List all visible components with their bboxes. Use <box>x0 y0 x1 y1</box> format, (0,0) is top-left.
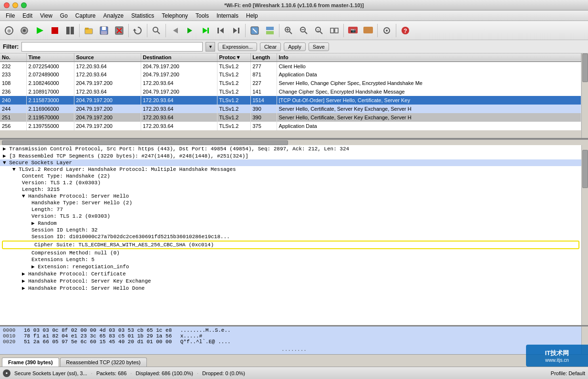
toolbar-colorize-btn[interactable] <box>248 23 262 38</box>
toolbar-colorrules-btn[interactable] <box>263 23 277 38</box>
toolbar-zoom-out-btn[interactable] <box>297 23 311 38</box>
toolbar-sep-6 <box>279 24 279 37</box>
toolbar-last-btn[interactable] <box>229 23 243 38</box>
toolbar-fwd-btn[interactable] <box>183 23 197 38</box>
menu-view[interactable]: View <box>36 11 56 20</box>
protocol-detail-line[interactable]: ▶ Transmission Control Protocol, Src Por… <box>0 145 581 152</box>
menu-statistics[interactable]: Statistics <box>127 11 158 20</box>
col-header-destination[interactable]: Destination <box>141 53 217 62</box>
apply-button[interactable]: Apply <box>284 42 306 51</box>
protocol-detail-line[interactable]: Version: TLS 1.2 (0x0303) <box>0 179 581 186</box>
cell-dst: 204.79.197.200 <box>141 70 217 79</box>
menu-go[interactable]: Go <box>56 11 72 20</box>
toolbar-first-btn[interactable] <box>214 23 228 38</box>
toolbar-back-btn[interactable] <box>168 23 182 38</box>
packet-row[interactable]: 240 2.115873000 204.79.197.200 172.20.93… <box>0 96 581 105</box>
protocol-detail-scrollbar-thumb[interactable] <box>582 150 588 188</box>
protocol-detail-line[interactable]: Version: TLS 1.2 (0x0303) <box>0 213 581 220</box>
col-header-no[interactable]: No. <box>0 53 26 62</box>
minimize-button[interactable] <box>12 2 18 8</box>
protocol-detail-line[interactable]: ▼ Handshake Protocol: Server Hello <box>0 193 581 200</box>
filter-input[interactable] <box>21 42 203 52</box>
packet-row[interactable]: 236 2.108917000 172.20.93.64 204.79.197.… <box>0 87 581 96</box>
packet-row[interactable]: 244 2.116906000 204.79.197.200 172.20.93… <box>0 105 581 113</box>
protocol-detail-line[interactable]: ▶ [3 Reassembled TCP Segments (3220 byte… <box>0 152 581 159</box>
col-header-info[interactable]: Info <box>277 53 581 62</box>
packet-row[interactable]: 233 2.072489000 172.20.93.64 204.79.197.… <box>0 70 581 79</box>
packet-list-scrollbar[interactable] <box>581 53 588 138</box>
toolbar-restart-btn[interactable] <box>63 23 77 38</box>
menu-file[interactable]: File <box>2 11 19 20</box>
toolbar-stop-btn[interactable] <box>48 23 62 38</box>
protocol-detail-scrollbar[interactable] <box>581 145 588 325</box>
cell-proto: TLSv1.2 <box>217 96 250 105</box>
toolbar-capture-filter-btn[interactable]: 📷 <box>346 23 360 38</box>
cell-dst: 172.20.93.64 <box>141 79 217 87</box>
toolbar-start-btn[interactable] <box>32 23 47 38</box>
toolbar-display-filter-btn[interactable] <box>361 23 375 38</box>
protocol-detail-line[interactable]: ▶ Extension: renegotiation_info <box>0 263 581 270</box>
toolbar-close-btn[interactable] <box>112 23 126 38</box>
protocol-detail-line[interactable]: Session ID Length: 32 <box>0 227 581 233</box>
packet-list-scrollbar-thumb[interactable] <box>582 53 588 82</box>
status-sep-1: · <box>91 370 93 376</box>
svg-rect-7 <box>71 27 74 34</box>
protocol-detail-line[interactable]: Content Type: Handshake (22) <box>0 173 581 179</box>
expression-button[interactable]: Expression... <box>218 42 257 51</box>
toolbar-goto-btn[interactable] <box>198 23 213 38</box>
col-header-protocol[interactable]: Protoc▼ <box>217 53 250 62</box>
menu-tools[interactable]: Tools <box>192 11 213 20</box>
protocol-detail-line[interactable]: ▶ Handshake Protocol: Certificate <box>0 270 581 277</box>
protocol-detail-line[interactable]: ▼ TLSv1.2 Record Layer: Handshake Protoc… <box>0 166 581 173</box>
protocol-detail-line[interactable]: Extensions Length: 5 <box>0 256 581 263</box>
toolbar-interfaces-btn[interactable]: ⊕ <box>2 23 16 38</box>
maximize-button[interactable] <box>21 2 27 8</box>
protocol-detail[interactable]: ▶ Transmission Control Protocol, Src Por… <box>0 145 588 326</box>
packet-row[interactable]: 108 2.108246000 204.79.197.200 172.20.93… <box>0 79 581 87</box>
save-button[interactable]: Save <box>309 42 329 51</box>
menu-telephony[interactable]: Telephony <box>158 11 192 20</box>
toolbar-save-btn[interactable] <box>97 23 111 38</box>
menu-edit[interactable]: Edit <box>19 11 36 20</box>
protocol-detail-line[interactable]: ▶ Random <box>0 220 581 227</box>
toolbar-open-btn[interactable] <box>82 23 96 38</box>
packet-row[interactable]: 256 2.139755000 204.79.197.200 172.20.93… <box>0 122 581 130</box>
protocol-detail-line[interactable]: Cipher Suite: TLS_ECDHE_RSA_WITH_AES_256… <box>2 241 579 249</box>
col-header-time[interactable]: Time <box>26 53 74 62</box>
protocol-detail-line[interactable]: Compression Method: null (0) <box>0 250 581 256</box>
clear-button[interactable]: Clear <box>260 42 281 51</box>
menu-help[interactable]: Help <box>242 11 262 20</box>
protocol-detail-line[interactable]: Length: 77 <box>0 206 581 213</box>
protocol-detail-line[interactable]: Session ID: d1010000c27a7b02dc2ce630691f… <box>0 233 581 240</box>
protocol-detail-line[interactable]: ▼ Secure Sockets Layer <box>0 159 581 166</box>
toolbar-find-btn[interactable] <box>149 23 164 38</box>
toolbar-reload-btn[interactable] <box>131 23 145 38</box>
bottom-tab[interactable]: Frame (390 bytes) <box>2 358 59 367</box>
cell-time: 2.072254000 <box>26 62 74 70</box>
protocol-detail-line[interactable]: ▶ Handshake Protocol: Server Key Exchang… <box>0 277 581 284</box>
close-button[interactable] <box>4 2 10 8</box>
menu-capture[interactable]: Capture <box>72 11 100 20</box>
protocol-detail-line[interactable]: Handshake Type: Server Hello (2) <box>0 200 581 206</box>
toolbar-zoom-reset-btn[interactable]: 1 <box>312 23 326 38</box>
filter-dropdown-btn[interactable]: ▼ <box>206 42 215 52</box>
toolbar-preferences-btn[interactable] <box>380 23 394 38</box>
bottom-tab[interactable]: Reassembled TCP (3220 bytes) <box>60 358 147 367</box>
hex-dump-line: 002051 2a 66 05 97 5e 6c 60 15 45 40 20 … <box>3 339 585 345</box>
bottom-tabs: Frame (390 bytes)Reassembled TCP (3220 b… <box>0 354 588 367</box>
horizontal-scrollbar-thumb[interactable] <box>2 140 288 145</box>
col-header-length[interactable]: Length <box>250 53 277 62</box>
toolbar-zoom-in-btn[interactable] <box>281 23 296 38</box>
menu-analyze[interactable]: Analyze <box>100 11 128 20</box>
protocol-detail-line[interactable]: Length: 3215 <box>0 186 581 193</box>
toolbar-resize-btn[interactable] <box>327 23 341 38</box>
col-header-source[interactable]: Source <box>74 53 141 62</box>
packet-row[interactable]: 251 2.119570000 204.79.197.200 172.20.93… <box>0 113 581 122</box>
horizontal-scrollbar[interactable] <box>0 139 588 145</box>
menu-internals[interactable]: Internals <box>213 11 242 20</box>
toolbar-options-btn[interactable] <box>17 23 31 38</box>
packet-list[interactable]: No. Time Source Destination Protoc▼ Leng… <box>0 53 588 139</box>
toolbar-help-btn[interactable]: ? <box>398 23 413 38</box>
packet-row[interactable]: 232 2.072254000 172.20.93.64 204.79.197.… <box>0 62 581 70</box>
protocol-detail-line[interactable]: ▶ Handshake Protocol: Server Hello Done <box>0 284 581 292</box>
